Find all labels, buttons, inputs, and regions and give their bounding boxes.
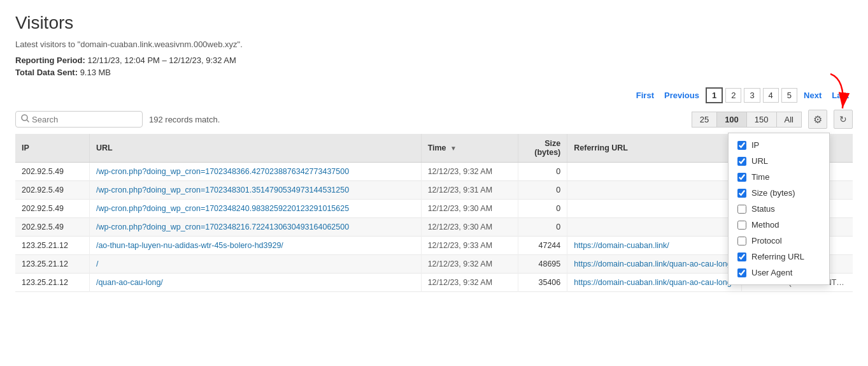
table-row: 202.92.5.49/wp-cron.php?doing_wp_cron=17… xyxy=(15,200,853,218)
cell-ip: 202.92.5.49 xyxy=(15,218,89,237)
column-option-url[interactable]: URL xyxy=(729,153,829,169)
cell-url[interactable]: / xyxy=(89,255,421,274)
cell-referring xyxy=(567,218,742,237)
table-row: 202.92.5.49/wp-cron.php?doing_wp_cron=17… xyxy=(15,181,853,200)
cell-url[interactable]: /wp-cron.php?doing_wp_cron=1702348240.98… xyxy=(89,200,421,218)
reporting-period: Reporting Period: 12/11/23, 12:04 PM – 1… xyxy=(15,55,853,65)
col-header-ip: IP xyxy=(15,134,89,163)
gear-icon: ⚙ xyxy=(813,113,822,126)
per-page-all[interactable]: All xyxy=(776,112,802,128)
refresh-icon: ↻ xyxy=(839,114,847,124)
cell-size: 0 xyxy=(518,163,567,181)
table-row: 202.92.5.49/wp-cron.php?doing_wp_cron=17… xyxy=(15,163,853,181)
pagination-page-2[interactable]: 2 xyxy=(725,88,741,103)
cell-referring xyxy=(567,181,742,200)
per-page-150[interactable]: 150 xyxy=(746,112,776,128)
column-option-size[interactable]: Size (bytes) xyxy=(729,185,829,201)
cell-time: 12/12/23, 9:33 AM xyxy=(421,237,518,255)
cell-url[interactable]: /quan-ao-cau-long/ xyxy=(89,274,421,292)
table-row: 123.25.21.12/12/12/23, 9:32 AM48695https… xyxy=(15,255,853,274)
per-page-100[interactable]: 100 xyxy=(716,112,746,128)
cell-ip: 202.92.5.49 xyxy=(15,163,89,181)
refresh-button[interactable]: ↻ xyxy=(834,110,853,129)
column-option-useragent[interactable]: User Agent xyxy=(729,265,829,281)
page-title: Visitors xyxy=(15,13,853,33)
pagination-previous[interactable]: Previous xyxy=(660,89,703,102)
pagination-page-1[interactable]: 1 xyxy=(706,87,723,103)
pagination-last[interactable]: Last xyxy=(828,89,853,102)
col-header-size: Size(bytes) xyxy=(518,134,567,163)
pagination-page-3[interactable]: 3 xyxy=(744,88,760,103)
column-option-protocol[interactable]: Protocol xyxy=(729,233,829,249)
pagination-next[interactable]: Next xyxy=(800,89,825,102)
cell-referring[interactable]: https://domain-cuaban.link/ xyxy=(567,237,742,255)
table-body: 202.92.5.49/wp-cron.php?doing_wp_cron=17… xyxy=(15,163,853,292)
cell-referring[interactable]: https://domain-cuaban.link/quan-ao-cau-l… xyxy=(567,255,742,274)
columns-dropdown: IP URL Time Size (bytes) Status Method P… xyxy=(728,133,830,285)
column-checkbox-status[interactable] xyxy=(737,205,746,214)
table-row: 123.25.21.12/ao-thun-tap-luyen-nu-adidas… xyxy=(15,237,853,255)
columns-settings-button[interactable]: ⚙ xyxy=(808,110,827,129)
column-label-referring: Referring URL xyxy=(751,252,804,261)
column-option-referring[interactable]: Referring URL xyxy=(729,249,829,265)
cell-time: 12/12/23, 9:31 AM xyxy=(421,181,518,200)
table-header: IP URL Time ▼ Size(bytes) Referring URL … xyxy=(15,134,853,163)
search-box xyxy=(15,111,143,128)
column-label-protocol: Protocol xyxy=(751,236,782,245)
column-option-ip[interactable]: IP xyxy=(729,137,829,153)
cell-url[interactable]: /wp-cron.php?doing_wp_cron=1702348301.35… xyxy=(89,181,421,200)
cell-url[interactable]: /wp-cron.php?doing_wp_cron=1702348216.72… xyxy=(89,218,421,237)
column-label-useragent: User Agent xyxy=(751,268,792,277)
cell-ip: 202.92.5.49 xyxy=(15,200,89,218)
search-input[interactable] xyxy=(32,115,137,124)
column-label-size: Size (bytes) xyxy=(751,188,795,198)
column-checkbox-url[interactable] xyxy=(737,157,746,166)
cell-size: 0 xyxy=(518,218,567,237)
cell-size: 0 xyxy=(518,181,567,200)
column-checkbox-time[interactable] xyxy=(737,173,746,182)
column-checkbox-ip[interactable] xyxy=(737,141,746,150)
cell-time: 12/12/23, 9:30 AM xyxy=(421,218,518,237)
cell-ip: 123.25.21.12 xyxy=(15,237,89,255)
column-checkbox-protocol[interactable] xyxy=(737,237,746,245)
toolbar: 192 records match. 25 100 150 All ⚙ ↻ I xyxy=(15,110,853,129)
cell-size: 35406 xyxy=(518,274,567,292)
cell-url[interactable]: /wp-cron.php?doing_wp_cron=1702348366.42… xyxy=(89,163,421,181)
column-option-method[interactable]: Method xyxy=(729,217,829,233)
sort-arrow-time: ▼ xyxy=(450,145,457,152)
column-label-time: Time xyxy=(751,172,769,182)
column-checkbox-useragent[interactable] xyxy=(737,268,746,277)
column-label-method: Method xyxy=(751,220,779,230)
col-header-time[interactable]: Time ▼ xyxy=(421,134,518,163)
column-checkbox-referring[interactable] xyxy=(737,253,746,261)
column-option-time[interactable]: Time xyxy=(729,169,829,185)
cell-ip: 202.92.5.49 xyxy=(15,181,89,200)
cell-referring xyxy=(567,163,742,181)
column-checkbox-method[interactable] xyxy=(737,221,746,230)
column-option-status[interactable]: Status xyxy=(729,201,829,217)
cell-size: 48695 xyxy=(518,255,567,274)
cell-referring[interactable]: https://domain-cuaban.link/quan-ao-cau-l… xyxy=(567,274,742,292)
per-page-group: 25 100 150 All xyxy=(692,112,802,128)
pagination-first[interactable]: First xyxy=(632,89,658,102)
pagination-page-5[interactable]: 5 xyxy=(781,88,797,103)
column-label-status: Status xyxy=(751,204,775,214)
cell-time: 12/12/23, 9:32 AM xyxy=(421,163,518,181)
cell-url[interactable]: /ao-thun-tap-luyen-nu-adidas-wtr-45s-bol… xyxy=(89,237,421,255)
cell-ip: 123.25.21.12 xyxy=(15,274,89,292)
per-page-25[interactable]: 25 xyxy=(692,112,716,128)
cell-size: 0 xyxy=(518,200,567,218)
cell-referring xyxy=(567,200,742,218)
table-row: 123.25.21.12/quan-ao-cau-long/12/12/23, … xyxy=(15,274,853,292)
cell-ip: 123.25.21.12 xyxy=(15,255,89,274)
cell-time: 12/12/23, 9:32 AM xyxy=(421,274,518,292)
svg-point-0 xyxy=(22,115,27,121)
page-subtitle: Latest visitors to "domain-cuaban.link.w… xyxy=(15,40,853,49)
col-header-referring: Referring URL xyxy=(567,134,742,163)
pagination-bar: First Previous 1 2 3 4 5 Next Last xyxy=(15,87,853,103)
col-header-url: URL xyxy=(89,134,421,163)
pagination-page-4[interactable]: 4 xyxy=(763,88,779,103)
column-checkbox-size[interactable] xyxy=(737,189,746,198)
cell-time: 12/12/23, 9:30 AM xyxy=(421,200,518,218)
cell-time: 12/12/23, 9:32 AM xyxy=(421,255,518,274)
